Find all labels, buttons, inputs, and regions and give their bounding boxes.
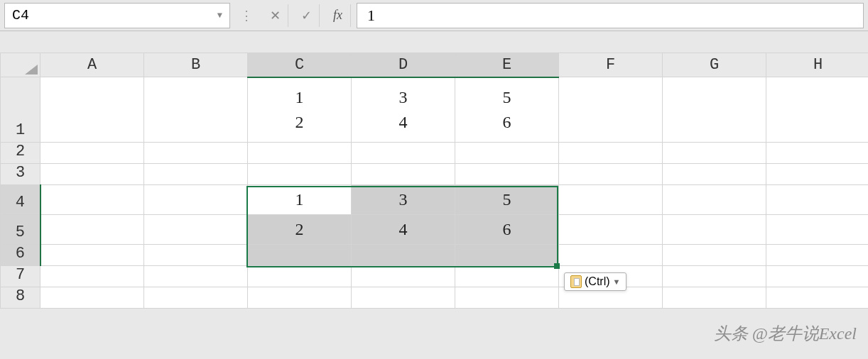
cell-G3[interactable] <box>663 164 766 185</box>
cell-B6[interactable] <box>144 245 248 266</box>
cell-F6[interactable] <box>559 245 663 266</box>
cell-F1[interactable] <box>559 77 663 143</box>
row-header-1[interactable]: 1 <box>1 77 40 143</box>
cell-B4[interactable] <box>144 185 248 215</box>
cell-H3[interactable] <box>766 164 869 185</box>
cell-E2[interactable] <box>455 143 559 164</box>
col-header-C[interactable]: C <box>248 53 352 77</box>
cell-D7[interactable] <box>352 266 455 287</box>
cell-C7[interactable] <box>248 266 352 287</box>
cell-F2[interactable] <box>559 143 663 164</box>
formula-input[interactable]: 1 <box>357 3 864 28</box>
chevron-down-icon: ▼ <box>613 277 621 286</box>
cell-B1[interactable] <box>144 77 248 143</box>
name-box-value: C4 <box>12 7 29 23</box>
cell-D3[interactable] <box>352 164 455 185</box>
name-box[interactable]: C4 ▼ <box>4 3 230 28</box>
cell-C2[interactable] <box>248 143 352 164</box>
cell-G5[interactable] <box>663 215 766 245</box>
cell-E7[interactable] <box>455 266 559 287</box>
cell-G6[interactable] <box>663 245 766 266</box>
cell-H1[interactable] <box>766 77 869 143</box>
cell-G4[interactable] <box>663 185 766 215</box>
cell-A6[interactable] <box>40 245 144 266</box>
spreadsheet-grid[interactable]: A B C D E F G H 1 12 34 56 <box>0 53 868 309</box>
cell-H7[interactable] <box>766 266 869 287</box>
cell-B7[interactable] <box>144 266 248 287</box>
cell-A7[interactable] <box>40 266 144 287</box>
table-row: 1 12 34 56 <box>1 77 869 143</box>
row-header-4[interactable]: 4 <box>1 185 40 215</box>
cell-E4[interactable]: 5 <box>455 185 559 215</box>
col-header-E[interactable]: E <box>455 53 559 77</box>
cell-H5[interactable] <box>766 215 869 245</box>
watermark-text: 头条 @老牛说Excel <box>714 322 857 345</box>
col-header-F[interactable]: F <box>559 53 663 77</box>
row-header-2[interactable]: 2 <box>1 143 40 164</box>
cell-B2[interactable] <box>144 143 248 164</box>
divider-icon: ⋮ <box>236 8 257 23</box>
cell-D4[interactable]: 3 <box>352 185 455 215</box>
cell-E1[interactable]: 56 <box>455 77 559 143</box>
cell-F5[interactable] <box>559 215 663 245</box>
cell-D5[interactable]: 4 <box>352 215 455 245</box>
cell-E5[interactable]: 6 <box>455 215 559 245</box>
formula-value: 1 <box>367 6 375 25</box>
cell-B5[interactable] <box>144 215 248 245</box>
col-header-B[interactable]: B <box>144 53 248 77</box>
select-all-corner[interactable] <box>1 53 40 77</box>
col-header-H[interactable]: H <box>766 53 869 77</box>
name-box-dropdown-icon[interactable]: ▼ <box>217 11 222 21</box>
cell-E8[interactable] <box>455 287 559 309</box>
cell-C8[interactable] <box>248 287 352 309</box>
cell-D8[interactable] <box>352 287 455 309</box>
cell-A4[interactable] <box>40 185 144 215</box>
cell-F3[interactable] <box>559 164 663 185</box>
cell-H8[interactable] <box>766 287 869 309</box>
cell-F4[interactable] <box>559 185 663 215</box>
confirm-button[interactable]: ✓ <box>294 4 320 27</box>
insert-function-button[interactable]: fx <box>325 4 351 27</box>
cell-A3[interactable] <box>40 164 144 185</box>
col-header-A[interactable]: A <box>40 53 144 77</box>
clipboard-icon <box>570 275 582 288</box>
cell-C6[interactable] <box>248 245 352 266</box>
cell-A2[interactable] <box>40 143 144 164</box>
col-header-D[interactable]: D <box>352 53 455 77</box>
cell-B3[interactable] <box>144 164 248 185</box>
cell-G2[interactable] <box>663 143 766 164</box>
cell-G8[interactable] <box>663 287 766 309</box>
cell-D2[interactable] <box>352 143 455 164</box>
cell-C3[interactable] <box>248 164 352 185</box>
cell-H6[interactable] <box>766 245 869 266</box>
cell-C1[interactable]: 12 <box>248 77 352 143</box>
row-header-7[interactable]: 7 <box>1 266 40 287</box>
col-header-G[interactable]: G <box>663 53 766 77</box>
column-header-row: A B C D E F G H <box>1 53 869 77</box>
cell-E3[interactable] <box>455 164 559 185</box>
cell-G7[interactable] <box>663 266 766 287</box>
cell-C4[interactable]: 1 <box>248 185 352 215</box>
cell-H4[interactable] <box>766 185 869 215</box>
cell-H2[interactable] <box>766 143 869 164</box>
cell-D1[interactable]: 34 <box>352 77 455 143</box>
paste-options-button[interactable]: (Ctrl) ▼ <box>564 272 626 291</box>
cancel-button[interactable]: ✕ <box>263 4 288 27</box>
table-row: 6 <box>1 245 869 266</box>
cell-A5[interactable] <box>40 215 144 245</box>
row-header-3[interactable]: 3 <box>1 164 40 185</box>
cell-B8[interactable] <box>144 287 248 309</box>
paste-options-label: (Ctrl) <box>585 275 610 288</box>
table-row: 2 <box>1 143 869 164</box>
cell-G1[interactable] <box>663 77 766 143</box>
row-header-5[interactable]: 5 <box>1 215 40 245</box>
row-header-6[interactable]: 6 <box>1 245 40 266</box>
cell-D6[interactable] <box>352 245 455 266</box>
cell-C5[interactable]: 2 <box>248 215 352 245</box>
formula-bar: C4 ▼ ⋮ ✕ ✓ fx 1 <box>0 0 868 31</box>
table-row: 8 <box>1 287 869 309</box>
cell-A1[interactable] <box>40 77 144 143</box>
cell-E6[interactable] <box>455 245 559 266</box>
row-header-8[interactable]: 8 <box>1 287 40 309</box>
cell-A8[interactable] <box>40 287 144 309</box>
